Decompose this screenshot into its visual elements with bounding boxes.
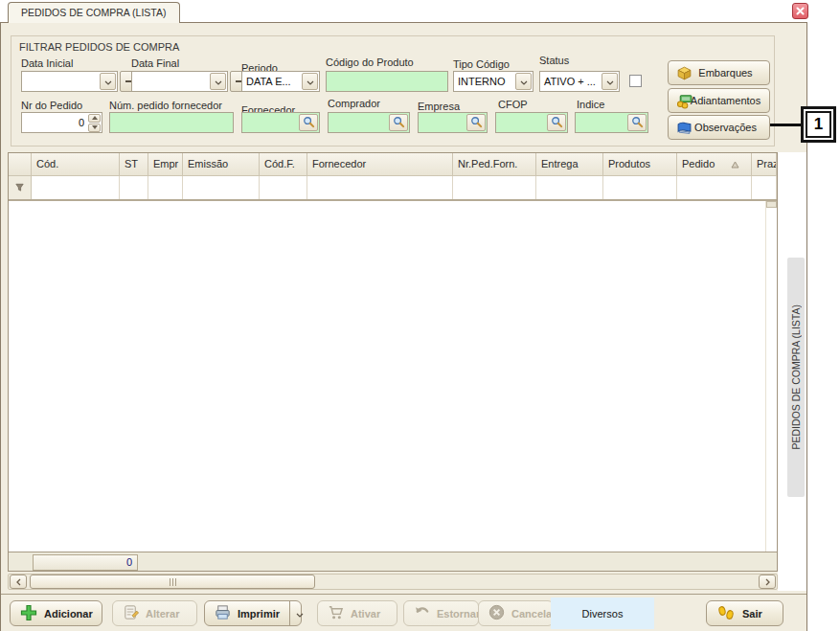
cancel-icon [488, 603, 506, 623]
scroll-left-button[interactable] [10, 575, 27, 589]
empresa-search-button[interactable] [466, 114, 486, 131]
alterar-button: Alterar [112, 600, 197, 626]
comprador-lookup[interactable] [328, 112, 410, 133]
fornecedor-search-button[interactable] [299, 114, 318, 131]
num-pedido-fornecedor-field[interactable] [109, 112, 234, 133]
grid-header-fornecedor[interactable]: Fornecedor [307, 153, 453, 176]
estornar-label: Estornar [437, 608, 480, 620]
codigo-do-produto-input[interactable] [327, 72, 447, 91]
triangle-down-icon [92, 125, 98, 129]
indice-lookup[interactable] [575, 112, 648, 133]
sort-asc-icon [731, 161, 739, 169]
embarques-button[interactable]: Embarques [668, 60, 770, 85]
codigo-do-produto-field[interactable] [326, 71, 448, 92]
imprimir-dropdown-button[interactable] [289, 601, 309, 625]
grid-filter-cell[interactable] [752, 176, 777, 199]
footsteps-icon [715, 604, 737, 623]
status-dropdown-button[interactable] [602, 73, 618, 90]
edit-icon [122, 603, 140, 623]
grid-filter-cell[interactable] [183, 176, 260, 199]
spin-down-button[interactable] [88, 124, 101, 132]
grid-filter-cell[interactable] [453, 176, 536, 199]
search-icon [470, 116, 483, 130]
money-icon [676, 93, 692, 111]
scroll-right-button[interactable] [759, 575, 776, 589]
side-tab-pedidos-de-compra[interactable]: PEDIDOS DE COMPRA (LISTA) [787, 258, 805, 497]
grid-vertical-scrollbar[interactable] [765, 201, 777, 552]
cfop-search-button[interactable] [547, 114, 566, 131]
spin-up-button[interactable] [88, 114, 101, 123]
periodo-combo[interactable]: DATA E... [241, 71, 320, 92]
data-inicial-combo[interactable] [21, 71, 118, 92]
filter-groupbox-title: FILTRAR PEDIDOS DE COMPRA [19, 41, 179, 53]
grid-filter-cell[interactable] [32, 176, 120, 199]
scroll-thumb[interactable] [30, 575, 315, 589]
window-tab[interactable]: PEDIDOS DE COMPRA (LISTA) [8, 2, 180, 23]
adicionar-button[interactable]: Adicionar [10, 600, 102, 626]
data-inicial-dropdown-button[interactable] [100, 73, 116, 90]
grid-filter-cell[interactable] [603, 176, 677, 199]
grid-filter-cell[interactable] [307, 176, 453, 199]
grid-header-pedido-label: Pedido [682, 153, 715, 175]
pedidos-grid: Cód. ST Empr Emissão Cód.F. Fornecedor N… [8, 152, 778, 572]
grid-header-pedido[interactable]: Pedido [677, 153, 752, 176]
observacoes-button[interactable]: Observações [668, 115, 770, 140]
chevron-down-icon [104, 76, 112, 87]
grid-header-st[interactable]: ST [120, 153, 148, 176]
grid-filter-cell[interactable] [536, 176, 603, 199]
grid-horizontal-scrollbar[interactable] [8, 574, 778, 590]
status-checkbox[interactable] [629, 75, 642, 87]
data-final-combo[interactable] [131, 71, 228, 92]
grid-header-cod[interactable]: Cód. [32, 153, 120, 176]
num-pedido-fornecedor-input[interactable] [110, 113, 233, 132]
empresa-lookup[interactable] [418, 112, 488, 133]
diversos-label: Diversos [582, 608, 624, 620]
cancelar-label: Cancelar [511, 608, 556, 620]
cart-icon [327, 603, 345, 623]
grid-header-entrega[interactable]: Entrega [536, 153, 603, 176]
indice-label: Indice [577, 99, 604, 110]
adiantamentos-button[interactable]: Adiantamentos [668, 88, 770, 113]
grid-footer: 0 [9, 552, 777, 572]
right-dock-strip: PEDIDOS DE COMPRA (LISTA) [778, 152, 806, 591]
grid-header-produtos[interactable]: Produtos [603, 153, 677, 176]
nr-do-pedido-input[interactable] [22, 113, 87, 132]
grid-header-nrpedforn[interactable]: Nr.Ped.Forn. [453, 153, 536, 176]
cfop-label: CFOP [498, 99, 528, 110]
status-combo[interactable]: ATIVO + ... [539, 71, 620, 92]
cfop-lookup[interactable] [495, 112, 568, 133]
comprador-search-button[interactable] [389, 114, 408, 131]
row-count-box: 0 [33, 554, 138, 571]
grid-header-empr[interactable]: Empr [148, 153, 183, 176]
fornecedor-lookup[interactable] [241, 112, 320, 133]
indice-search-button[interactable] [627, 114, 647, 131]
search-icon [551, 116, 563, 130]
chevron-down-icon [296, 608, 304, 620]
imprimir-button[interactable]: Imprimir [204, 600, 302, 626]
adiantamentos-label: Adiantamentos [691, 95, 761, 106]
print-icon [214, 603, 232, 623]
tipo-codigo-dropdown-button[interactable] [515, 73, 532, 90]
grid-filter-cell[interactable] [148, 176, 183, 199]
tipo-codigo-value: INTERNO [454, 76, 514, 87]
periodo-dropdown-button[interactable] [302, 73, 318, 90]
close-icon [796, 6, 805, 17]
grid-header-indicator [9, 153, 32, 176]
tipo-codigo-combo[interactable]: INTERNO [453, 71, 534, 92]
cancelar-button: Cancelar [478, 600, 554, 626]
nr-do-pedido-spinner[interactable] [21, 112, 102, 133]
grid-header-emissao[interactable]: Emissão [183, 153, 260, 176]
grid-filter-cell[interactable] [260, 176, 307, 199]
estornar-button: Estornar [403, 600, 479, 626]
grid-header-codf[interactable]: Cód.F. [260, 153, 307, 176]
diversos-button[interactable]: Diversos [551, 597, 654, 629]
sair-button[interactable]: Sair [706, 600, 783, 626]
search-icon [631, 116, 644, 130]
close-button[interactable] [792, 3, 808, 19]
grid-filter-cell[interactable] [120, 176, 148, 199]
data-final-dropdown-button[interactable] [210, 73, 226, 90]
ativar-label: Ativar [351, 608, 380, 620]
grid-filter-cell[interactable] [677, 176, 752, 199]
embarques-label: Embarques [698, 67, 752, 79]
grid-header-prazo[interactable]: Prazo [752, 153, 777, 176]
